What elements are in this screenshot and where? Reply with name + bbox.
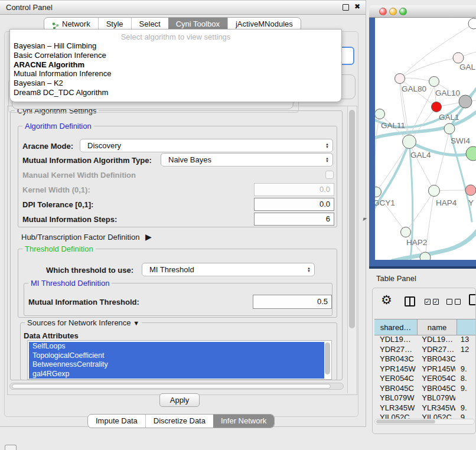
kernel-width-input[interactable]: 0.0: [254, 183, 334, 196]
network-node[interactable]: [375, 187, 382, 197]
network-edge[interactable]: [400, 58, 458, 79]
tab-infer-network[interactable]: Infer Network: [213, 415, 274, 428]
network-edge[interactable]: [434, 130, 449, 191]
scrollbar-thumb[interactable]: [12, 384, 331, 389]
list-item[interactable]: SelfLoops: [29, 342, 324, 351]
network-window-titlebar: [369, 5, 476, 18]
table-cell: YBL079W: [416, 393, 455, 403]
table-cell: YDR27…: [416, 345, 455, 355]
tab-label: Infer Network: [221, 415, 266, 428]
tab-impute-data[interactable]: Impute Data: [88, 415, 145, 428]
aracne-mode-select[interactable]: Discovery ▲▼: [80, 139, 333, 152]
network-node[interactable]: [465, 185, 476, 195]
column-header[interactable]: [457, 319, 476, 335]
dropdown-item[interactable]: Dream8 DC_TDC Algorithm: [10, 88, 341, 97]
table-cell: YBR045C: [374, 384, 416, 394]
table-row[interactable]: YPR145WYPR145W9.: [374, 364, 476, 374]
select-all-checkboxes-icon[interactable]: ✓✓: [425, 299, 439, 305]
network-edge[interactable]: [406, 191, 434, 232]
network-node[interactable]: [453, 53, 464, 63]
hub-definition-label: Hub/Transcription Factor Definition: [21, 233, 139, 242]
mi-threshold-label: Mutual Information Threshold:: [28, 298, 139, 306]
table-cell: YLR345W: [374, 403, 416, 413]
node-label: GAL10: [435, 89, 460, 97]
dropdown-item[interactable]: Basic Correlation Inference: [10, 51, 341, 60]
list-item[interactable]: TopologicalCoefficient: [29, 351, 324, 361]
data-attributes-list[interactable]: SelfLoopsTopologicalCoefficientBetweenne…: [27, 340, 332, 380]
list-item[interactable]: BetweennessCentrality: [29, 360, 324, 370]
expand-arrow-icon[interactable]: ▶: [145, 232, 152, 242]
network-node[interactable]: [401, 227, 411, 237]
table-horizontal-scrollbar[interactable]: [374, 419, 475, 425]
network-node[interactable]: [466, 146, 476, 161]
network-node[interactable]: [459, 95, 472, 108]
table-row[interactable]: YBL079WYBL079W: [374, 393, 476, 403]
network-node[interactable]: [429, 185, 440, 197]
dropdown-item[interactable]: Bayesian – K2: [10, 79, 341, 88]
mi-threshold-input[interactable]: 0.5: [253, 295, 332, 309]
scrollbar-thumb[interactable]: [325, 343, 330, 374]
table-cell: YBR043C: [374, 354, 416, 364]
network-node[interactable]: [429, 77, 439, 87]
list-item[interactable]: gal4RGexp: [29, 370, 324, 379]
apply-button[interactable]: Apply: [159, 393, 200, 407]
table-row[interactable]: YBR045CYBR045C9.: [374, 384, 476, 394]
gear-icon[interactable]: ⚙: [381, 293, 392, 307]
table-row[interactable]: YLR345WYLR345W9.: [374, 403, 476, 413]
network-node[interactable]: [444, 123, 455, 134]
close-traffic-light[interactable]: [379, 8, 387, 15]
deselect-all-checkboxes-icon[interactable]: [446, 299, 461, 305]
network-edge[interactable]: [376, 143, 409, 192]
settings-vertical-scrollbar[interactable]: [347, 106, 356, 393]
network-edge[interactable]: [425, 191, 434, 257]
network-node[interactable]: [375, 109, 385, 119]
tab-discretize-data[interactable]: Discretize Data: [145, 415, 213, 428]
dropdown-item[interactable]: Mutual Information Inference: [10, 69, 341, 79]
node-label: GAL80: [402, 84, 426, 93]
table-row[interactable]: YDR27…YDR27…12: [374, 345, 476, 355]
aracne-mode-value: Discovery: [80, 141, 322, 150]
mi-algorithm-type-select[interactable]: Naive Bayes ▲▼: [161, 153, 333, 167]
settings-horizontal-scrollbar[interactable]: [9, 383, 344, 390]
network-canvas[interactable]: GALGAL80GAL10GAL1GAL11SWI4GAL4GCY1HAP4YH…: [375, 18, 476, 260]
stepper-icon[interactable]: ▲▼: [304, 267, 314, 273]
network-node[interactable]: [395, 74, 405, 84]
which-threshold-select[interactable]: MI Threshold ▲▼: [142, 263, 315, 276]
mi-algorithm-type-value: Naive Bayes: [161, 155, 322, 164]
dropdown-item[interactable]: ARACNE Algorithm: [10, 60, 341, 70]
network-node[interactable]: [468, 18, 476, 29]
scrollbar-thumb[interactable]: [349, 110, 355, 328]
network-edge[interactable]: [375, 115, 380, 192]
mi-steps-input[interactable]: 6: [254, 213, 334, 226]
columns-icon[interactable]: [405, 296, 415, 306]
list-scrollbar[interactable]: [325, 343, 330, 378]
float-window-icon[interactable]: [343, 4, 349, 11]
table-cell: YBR045C: [416, 384, 455, 394]
dropdown-item[interactable]: Bayesian – Hill Climbing: [10, 41, 341, 51]
table-row[interactable]: YDL19…YDL19…13: [374, 335, 476, 345]
column-header[interactable]: shared…: [374, 319, 418, 335]
screen: Control Panel ✖ NetworkStyleSelectCyni T…: [0, 0, 476, 450]
kernel-width-label: Kernel Width (0,1):: [22, 185, 90, 194]
close-icon[interactable]: ✖: [354, 2, 360, 11]
table-row[interactable]: YBR043CYBR043C: [374, 354, 476, 364]
sources-title-text: Sources for Network Inference: [27, 318, 131, 327]
mi-algorithm-type-label: Mutual Information Algorithm Type:: [22, 156, 152, 165]
manual-kernel-checkbox[interactable]: [325, 171, 334, 179]
minimize-traffic-light[interactable]: [389, 8, 397, 15]
column-header[interactable]: name: [418, 319, 457, 335]
tab-label: Impute Data: [96, 415, 138, 428]
stepper-icon[interactable]: ▲▼: [322, 157, 332, 163]
scrollbar-thumb[interactable]: [376, 420, 435, 423]
network-node[interactable]: [403, 135, 416, 149]
table-cell: YDR27…: [374, 345, 416, 355]
dpi-tolerance-input[interactable]: 0.0: [254, 198, 334, 211]
network-node[interactable]: [420, 252, 431, 260]
network-node[interactable]: [432, 102, 442, 112]
hub-definition-toggle[interactable]: Hub/Transcription Factor Definition ▶: [21, 232, 152, 242]
collapse-arrow-icon[interactable]: ▼: [133, 319, 139, 327]
stepper-icon[interactable]: ▲▼: [322, 143, 332, 149]
document-icon[interactable]: [469, 294, 476, 305]
zoom-traffic-light[interactable]: [399, 8, 407, 15]
table-row[interactable]: YER054CYER054C8.: [374, 374, 476, 384]
